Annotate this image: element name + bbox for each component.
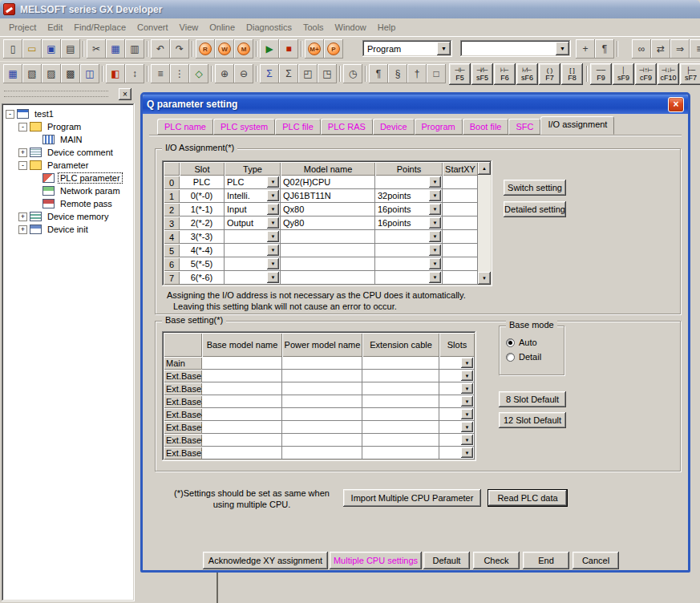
tree-item-program[interactable]: - Program	[3, 120, 133, 133]
write-mode-icon[interactable]: W	[215, 39, 234, 59]
slots-combo[interactable]: ▼	[439, 395, 475, 408]
model-name-cell[interactable]: Qx80	[281, 203, 375, 217]
extension-cable-cell[interactable]	[362, 395, 439, 408]
chevron-down-icon[interactable]: ▼	[267, 258, 279, 269]
extension-cable-cell[interactable]	[362, 382, 439, 395]
program-check-icon[interactable]: Σ	[260, 64, 279, 83]
slots-combo[interactable]: ▼	[439, 421, 475, 434]
base-model-cell[interactable]	[202, 408, 282, 421]
undo-icon[interactable]: ↶	[151, 39, 170, 59]
menu-help[interactable]: Help	[372, 20, 402, 34]
startxy-cell[interactable]	[443, 230, 478, 244]
save-project-icon[interactable]: ▣	[42, 39, 61, 59]
ladder-mode-icon[interactable]: ≡	[151, 64, 170, 83]
chevron-down-icon[interactable]: ▼	[437, 42, 451, 55]
tree-expander[interactable]: +	[18, 225, 27, 234]
panel-grip[interactable]	[4, 91, 108, 97]
chevron-down-icon[interactable]: ▼	[429, 231, 441, 242]
slot-cell[interactable]: 0(*-0)	[180, 189, 225, 203]
scroll-up-icon[interactable]: ▲	[478, 162, 491, 175]
fkey-close-contact-button[interactable]: ⊣∕⊢sF5	[471, 63, 493, 85]
chevron-down-icon[interactable]: ▼	[429, 190, 441, 201]
menu-convert[interactable]: Convert	[132, 20, 174, 34]
startxy-cell[interactable]	[443, 271, 478, 285]
tab-plc-system[interactable]: PLC system	[213, 119, 275, 135]
switch-setting-button[interactable]: Switch setting	[504, 180, 566, 196]
slot-cell[interactable]: PLC	[180, 176, 225, 189]
base-model-cell[interactable]	[202, 382, 282, 395]
monitor-mode-icon[interactable]: M	[234, 39, 253, 59]
startxy-cell[interactable]	[443, 217, 478, 230]
type-combo[interactable]: Intelli.▼	[225, 189, 281, 203]
clock-icon[interactable]: ◷	[343, 64, 362, 83]
fkey-application-instruction-button[interactable]: [ ]F8	[561, 63, 583, 85]
power-model-cell[interactable]	[282, 408, 362, 421]
slot-cell[interactable]: 2(*-2)	[180, 217, 225, 230]
chevron-down-icon[interactable]: ▼	[267, 190, 279, 201]
statement-display-icon[interactable]: §	[388, 64, 407, 83]
points-combo[interactable]: 16points▼	[375, 217, 443, 230]
type-combo[interactable]: ▼	[225, 244, 281, 257]
base-mode-auto-option[interactable]: Auto	[506, 338, 537, 347]
model-name-cell[interactable]: Qy80	[281, 217, 375, 230]
model-name-cell[interactable]	[281, 230, 375, 244]
tree-expander[interactable]: +	[18, 148, 27, 157]
tab-program[interactable]: Program	[415, 119, 463, 135]
slots-combo[interactable]: ▼	[439, 434, 475, 447]
base-model-cell[interactable]	[202, 357, 282, 370]
find-icon[interactable]: ∞	[632, 39, 651, 59]
note-icon[interactable]: ▩	[61, 64, 80, 83]
print-icon[interactable]: ▤	[61, 39, 80, 59]
chevron-down-icon[interactable]: ▼	[429, 176, 441, 188]
tree-expander[interactable]: -	[6, 110, 14, 119]
extension-cable-cell[interactable]	[362, 370, 439, 382]
end-button[interactable]: End	[523, 552, 569, 569]
chevron-down-icon[interactable]: ▼	[556, 42, 569, 55]
extension-cable-cell[interactable]	[362, 408, 439, 421]
window-titlebar[interactable]: MELSOFT series GX Developer	[0, 0, 700, 18]
slots-combo[interactable]: ▼	[439, 370, 475, 382]
tree-item-remote-pass[interactable]: Remote pass	[3, 197, 133, 210]
io-table-scrollbar[interactable]: ▲ ▼	[478, 162, 491, 285]
parameter-setting-icon[interactable]: ◧	[106, 64, 125, 83]
type-combo[interactable]: Output▼	[225, 217, 281, 230]
extension-cable-cell[interactable]	[362, 357, 439, 370]
slot-default-12-button[interactable]: 12 Slot Default	[499, 412, 566, 428]
tree-item-plc-parameter[interactable]: PLC parameter	[3, 172, 133, 184]
base-model-cell[interactable]	[202, 370, 282, 382]
slots-combo[interactable]: ▼	[439, 382, 475, 395]
startxy-cell[interactable]	[443, 176, 478, 189]
tree-item-test1[interactable]: - test1	[3, 107, 133, 120]
stop-monitor-icon[interactable]: ■	[279, 39, 298, 59]
points-combo[interactable]: 32points▼	[375, 189, 443, 203]
chevron-down-icon[interactable]: ▼	[461, 383, 473, 394]
points-combo[interactable]: ▼	[375, 176, 443, 189]
startxy-cell[interactable]	[443, 189, 478, 203]
statement-icon[interactable]: ▨	[42, 64, 61, 83]
fkey-horizontal-line-button[interactable]: ──F9	[590, 63, 612, 85]
device-list-icon[interactable]: ≡	[690, 39, 700, 59]
tree-item-main[interactable]: MAIN	[3, 133, 133, 146]
chevron-down-icon[interactable]: ▼	[461, 409, 473, 419]
tab-boot-file[interactable]: Boot file	[463, 119, 509, 135]
power-model-cell[interactable]	[282, 395, 362, 408]
radio-icon[interactable]	[506, 353, 515, 362]
chevron-down-icon[interactable]: ▼	[461, 422, 473, 432]
power-model-cell[interactable]	[282, 447, 362, 459]
tree-item-device-comment[interactable]: + Device comment	[3, 146, 133, 159]
menu-online[interactable]: Online	[204, 20, 241, 34]
note-display-icon[interactable]: †	[407, 64, 427, 83]
points-combo[interactable]: 16points▼	[375, 203, 443, 217]
zoom-out-icon[interactable]: ⊖	[234, 64, 253, 83]
type-combo[interactable]: ▼	[225, 230, 281, 244]
tree-expander[interactable]: -	[18, 123, 27, 132]
chevron-down-icon[interactable]: ▼	[267, 245, 279, 256]
chevron-down-icon[interactable]: ▼	[429, 272, 441, 283]
slot-cell[interactable]: 6(*-6)	[180, 271, 225, 285]
tree-expander[interactable]: -	[18, 161, 27, 170]
cut-icon[interactable]: ✂	[87, 39, 106, 59]
chevron-down-icon[interactable]: ▼	[429, 245, 441, 256]
read-plc-data-button[interactable]: Read PLC data	[488, 489, 568, 507]
window-cascade-icon[interactable]: ◳	[318, 64, 337, 83]
scroll-down-icon[interactable]: ▼	[478, 272, 491, 285]
